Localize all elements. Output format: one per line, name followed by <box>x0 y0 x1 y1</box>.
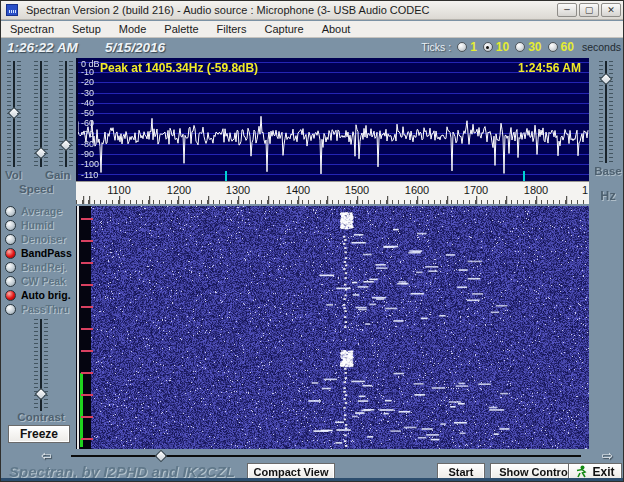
peak-readout: Peak at 1405.34Hz (-59.8dB) <box>100 61 258 75</box>
checkbox-auto-brig[interactable]: Auto brig. <box>5 288 77 302</box>
frequency-ruler[interactable]: 1100 1200 1300 1400 1500 1600 1700 1800 … <box>76 181 589 204</box>
db-label: -70 <box>81 129 111 139</box>
spectrum-display: 0 dB -10 -20 -30 -40 -50 -60 -70 -80 -90… <box>76 58 589 181</box>
scrollbar-thumb[interactable] <box>155 450 168 463</box>
exit-button-label: Exit <box>592 465 614 479</box>
ruler-tick-label: 1400 <box>286 184 310 196</box>
db-label: -50 <box>81 108 111 118</box>
ticks-radio-1[interactable] <box>457 42 467 52</box>
ticks-radio-30[interactable] <box>515 42 525 52</box>
exit-icon <box>575 465 588 478</box>
db-label: -30 <box>81 88 111 98</box>
checkbox-cw-peak[interactable]: CW Peak <box>5 274 77 288</box>
window-bottom-border <box>1 478 624 482</box>
current-time: 1:26:22 AM <box>7 40 78 55</box>
app-window: Spectran Version 2 (build 216) - Audio s… <box>0 0 624 482</box>
maximize-icon[interactable]: ▢ <box>579 3 599 17</box>
spectrum-trace-canvas <box>78 58 589 181</box>
led-icon[interactable] <box>5 234 16 245</box>
menu-mode[interactable]: Mode <box>110 23 156 35</box>
ruler-edge-label: 1 <box>582 184 588 196</box>
ruler-tick-label: 1500 <box>345 184 369 196</box>
vol-slider[interactable] <box>7 61 21 167</box>
scrollbar-track[interactable] <box>71 455 581 457</box>
ruler-tick-label: 1300 <box>226 184 250 196</box>
led-icon[interactable] <box>5 276 16 287</box>
vol-label: Vol <box>5 169 22 181</box>
checkbox-humid[interactable]: Humid <box>5 218 77 232</box>
db-label: -100 <box>81 159 111 169</box>
scroll-left-icon[interactable]: ⇦ <box>41 449 52 463</box>
title-bar[interactable]: Spectran Version 2 (build 216) - Audio s… <box>1 1 624 20</box>
led-icon[interactable] <box>5 262 16 273</box>
contrast-slider-thumb[interactable] <box>35 388 48 401</box>
db-label: -20 <box>81 77 111 87</box>
ticks-radio-60-label: 60 <box>561 40 574 54</box>
spectrum-clock: 1:24:56 AM <box>518 61 581 75</box>
filter-checkbox-list: Average Humid Denoiser BandPass BandRej.… <box>5 204 77 316</box>
window-title: Spectran Version 2 (build 216) - Audio s… <box>26 4 557 16</box>
ruler-major-ticks <box>76 196 589 204</box>
waterfall-left-edge <box>77 206 79 449</box>
freeze-button[interactable]: Freeze <box>8 425 70 443</box>
menu-palette[interactable]: Palette <box>155 23 207 35</box>
menu-about[interactable]: About <box>313 23 360 35</box>
db-label: -80 <box>81 139 111 149</box>
menu-spectran[interactable]: Spectran <box>1 23 63 35</box>
ruler-tick-label: 1600 <box>405 184 429 196</box>
db-label: -40 <box>81 98 111 108</box>
led-icon[interactable] <box>5 206 16 217</box>
vol-slider-thumb[interactable] <box>8 107 21 120</box>
gain-slider[interactable] <box>59 61 73 167</box>
ruler-tick-label: 1700 <box>464 184 488 196</box>
db-label: -60 <box>81 118 111 128</box>
db-label: -110 <box>81 170 111 180</box>
ruler-tick-label: 1200 <box>167 184 191 196</box>
gain-label: Gain <box>45 169 71 181</box>
led-icon[interactable] <box>5 290 16 301</box>
led-icon[interactable] <box>5 304 16 315</box>
waterfall-canvas[interactable] <box>91 206 589 449</box>
speed-label: Speed <box>19 183 54 195</box>
ticks-radio-10-label: 10 <box>496 40 509 54</box>
base-slider-thumb[interactable] <box>600 73 613 86</box>
checkbox-bandrej[interactable]: BandRej. <box>5 260 77 274</box>
horizontal-scrollbar[interactable]: ⇦ ⇨ <box>1 449 624 463</box>
waterfall-time-ticks <box>81 206 93 449</box>
db-label: -90 <box>81 149 111 159</box>
contrast-slider[interactable] <box>34 319 48 411</box>
ticks-radio-30-label: 30 <box>528 40 541 54</box>
base-label: Base <box>591 165 624 177</box>
close-icon[interactable]: ✕ <box>601 3 621 17</box>
ticks-radio-60[interactable] <box>548 42 558 52</box>
checkbox-denoiser[interactable]: Denoiser <box>5 232 77 246</box>
hz-label: Hz <box>591 189 624 203</box>
menu-capture[interactable]: Capture <box>256 23 313 35</box>
speed-slider[interactable] <box>34 61 48 167</box>
seconds-label: seconds <box>582 41 621 53</box>
status-row: 1:26:22 AM 5/15/2016 Ticks : 1 10 30 60 … <box>1 38 624 58</box>
minimize-icon[interactable]: ─ <box>557 3 577 17</box>
checkbox-average[interactable]: Average <box>5 204 77 218</box>
checkbox-passthru[interactable]: PassThru <box>5 302 77 316</box>
waterfall-display <box>76 206 589 449</box>
current-date: 5/15/2016 <box>105 40 165 55</box>
base-slider[interactable] <box>599 61 613 163</box>
app-icon <box>6 4 18 16</box>
ruler-tick-label: 1100 <box>107 184 131 196</box>
led-icon[interactable] <box>5 220 16 231</box>
scroll-right-icon[interactable]: ⇨ <box>602 449 613 463</box>
ticks-label: Ticks : <box>421 41 451 53</box>
ticks-control: Ticks : 1 10 30 60 seconds <box>421 40 621 54</box>
gain-slider-thumb[interactable] <box>60 138 73 151</box>
ticks-radio-10[interactable] <box>483 42 493 52</box>
ticks-radio-1-label: 1 <box>470 40 477 54</box>
speed-slider-thumb[interactable] <box>35 147 48 160</box>
ruler-tick-label: 1800 <box>524 184 548 196</box>
menu-filters[interactable]: Filters <box>208 23 256 35</box>
led-icon[interactable] <box>5 248 16 259</box>
checkbox-bandpass[interactable]: BandPass <box>5 246 77 260</box>
menu-setup[interactable]: Setup <box>63 23 110 35</box>
menu-bar: Spectran Setup Mode Palette Filters Capt… <box>1 21 624 38</box>
contrast-label: Contrast <box>11 411 71 423</box>
